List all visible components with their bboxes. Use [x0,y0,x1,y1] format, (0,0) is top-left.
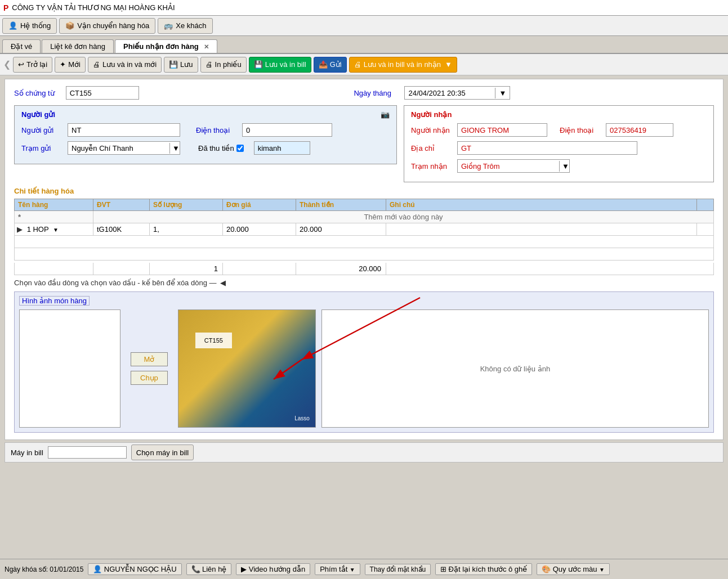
col-ten-hang: Tên hàng [15,199,93,211]
save-bill-nhan-button[interactable]: 🖨 Lưu và in bill và in nhận ▼ [349,57,457,73]
may-in-bill-input[interactable] [48,446,127,459]
tram-gui-row: Trạm gửi ▼ Đã thu tiền [21,141,390,155]
da-thu-tien-area: Đã thu tiền [198,144,244,152]
ngay-thang-input[interactable] [405,88,495,98]
new-row[interactable]: * Thêm mới vào dòng này [15,211,714,223]
dien-thoai-label: Điện thoại [196,126,235,134]
dat-lai-button[interactable]: ⊞ Đặt lại kích thước ô ghế [435,563,532,575]
goods-section-title: Chi tiết hàng hóa [14,187,714,195]
menu-xe-khach[interactable]: 🚌 Xe khách [158,18,212,34]
dien-thoai-gui-input[interactable] [242,123,332,137]
col-don-gia: Đơn giá [223,199,296,211]
table-header-row: Tên hàng ĐVT Số lượng Đơn giá Thành tiền… [15,199,714,211]
user-item: 👤 NGUYỄN NGỌC HẬU [88,563,181,575]
back-button[interactable]: ↩ Trở lại [13,57,52,73]
nguoi-nhan-label: Người nhận [411,126,450,134]
tab-phieu-nhan[interactable]: Phiếu nhận đơn hàng ✕ [115,39,217,53]
tab-close-icon[interactable]: ✕ [204,43,209,50]
empty-row-2 [15,248,714,261]
instructions-arrow: ◀ [220,279,226,287]
dia-chi-row: Địa chỉ [411,141,707,155]
da-thu-tien-checkbox[interactable] [236,145,244,152]
phim-tat-dropdown: ▼ [350,567,355,573]
dia-chi-input[interactable] [457,141,637,155]
so-chung-tu-label: Số chứng từ [14,89,55,97]
summary-so-luong: 1 [150,263,223,275]
quy-uoc-button[interactable]: 🎨 Quy ước màu ▼ [537,563,609,575]
tab-liet-ke[interactable]: Liệt kê đơn hàng [42,39,114,53]
receiver-section: Người nhận Người nhận Điện thoại Địa chỉ… [404,105,714,182]
save-print-new-button[interactable]: 🖨 Lưu và in và mới [88,57,162,73]
new-button[interactable]: ✦ Mới [55,57,86,73]
image-box-left [19,309,120,428]
image-main: CT155 Lasso [178,309,316,428]
main-content: Số chứng từ Ngày tháng ▼ Người gửi 📷 Ngư… [5,79,723,440]
send-icon: 📤 [319,60,328,69]
save-bill-nhan-icon: 🖨 [354,60,361,69]
nguoi-nhan-row: Người nhận Điện thoại [411,123,707,137]
tram-nhan-input[interactable] [458,161,559,172]
ngay-khoa-so: Ngày khóa số: 01/01/2015 [5,565,83,573]
tram-gui-label: Trạm gửi [21,144,61,152]
tram-nhan-row: Trạm nhận ▼ [411,159,707,173]
tab-bar: Đặt vé Liệt kê đơn hàng Phiếu nhận đơn h… [0,36,728,54]
new-row-marker: * [15,211,93,223]
ten-hang-dropdown[interactable]: ▼ [53,227,59,233]
cell-thanh-tien: 20.000 [296,223,386,236]
van-chuyen-icon: 📦 [65,21,74,30]
title-bar: P CÔNG TY VẬN TẢI THƯƠNG MẠI HOÀNG KHẢI [0,0,728,16]
he-thong-icon: 👤 [8,21,17,30]
print-button[interactable]: 🖨 In phiếu [200,57,247,73]
may-in-bill-label: Máy in bill [11,448,43,457]
goods-section: Chi tiết hàng hóa Tên hàng ĐVT Số lượng … [14,187,714,275]
save-bill-icon: 💾 [254,60,263,69]
instructions-text: Chọn vào đầu dòng và chọn vào dấu - kế b… [14,279,217,287]
toolbar: ❮ ↩ Trở lại ✦ Mới 🖨 Lưu và in và mới 💾 L… [0,54,728,75]
instructions-row: Chọn vào đầu dòng và chọn vào dấu - kế b… [14,279,714,287]
new-icon: ✦ [60,60,66,69]
cell-dvt: tG100K [93,223,150,236]
menu-van-chuyen[interactable]: 📦 Vận chuyển hàng hóa [59,18,155,34]
chup-button[interactable]: Chụp [131,371,168,385]
ngay-thang-dropdown-icon[interactable]: ▼ [495,88,510,98]
nguoi-gui-row: Người gửi Điện thoại [21,123,390,137]
so-chung-tu-input[interactable] [66,86,139,100]
video-button[interactable]: ▶ Video hướng dẫn [236,563,310,575]
cell-don-gia: 20.000 [223,223,296,236]
tab-dat-ve[interactable]: Đặt vé [2,39,41,53]
no-data-placeholder: Không có dữ liệu ảnh [321,309,709,428]
mo-button[interactable]: Mở [131,352,168,366]
lien-he-button[interactable]: 📞 Liên hệ [186,563,232,575]
video-icon: ▶ [241,565,247,573]
table-row[interactable]: ▶ 1 HOP ▼ tG100K 1, 20.000 20.000 [15,223,714,236]
chon-may-button[interactable]: Chọn máy in bill [131,445,194,460]
image-section: Hình ảnh món hàng Mở Chụp CT155 Lasso Kh… [14,291,714,433]
tram-nhan-dropdown-icon[interactable]: ▼ [559,161,571,172]
tram-gui-input[interactable] [68,143,169,154]
summary-empty [15,263,93,275]
dien-thoai-nhan-input[interactable] [606,123,673,137]
cell-ghi-chu [386,223,697,236]
save-bill-button[interactable]: 💾 Lưu và in bill [249,57,311,73]
save-button[interactable]: 💾 Lưu [164,57,198,73]
thay-doi-button[interactable]: Thay đổi mật khẩu [365,564,431,575]
phim-tat-button[interactable]: Phím tắt ▼ [315,563,360,575]
image-area: Mở Chụp CT155 Lasso Không có dữ liệu ảnh [19,309,709,428]
col-so-luong: Số lượng [150,199,223,211]
cell-action [697,223,714,236]
thu-tien-person-input[interactable] [254,141,310,155]
two-col-layout: Người gửi 📷 Người gửi Điện thoại Trạm gử… [14,105,714,187]
print-icon: 🖨 [206,60,213,69]
image-section-title: Hình ảnh món hàng [19,297,709,305]
ngay-thang-label: Ngày tháng [354,89,393,97]
menu-he-thong[interactable]: 👤 Hệ thống [2,18,57,34]
nguoi-nhan-input[interactable] [457,123,547,137]
lien-he-icon: 📞 [191,565,200,573]
tram-gui-dropdown-icon[interactable]: ▼ [169,143,182,154]
cell-so-luong: 1, [150,223,223,236]
nguoi-gui-input[interactable] [68,123,180,137]
summary-thanh-tien: 20.000 [296,263,386,275]
send-button[interactable]: 📤 Gửi [314,57,347,73]
dropdown-arrow-icon: ▼ [445,60,452,69]
save-icon: 💾 [169,60,178,69]
